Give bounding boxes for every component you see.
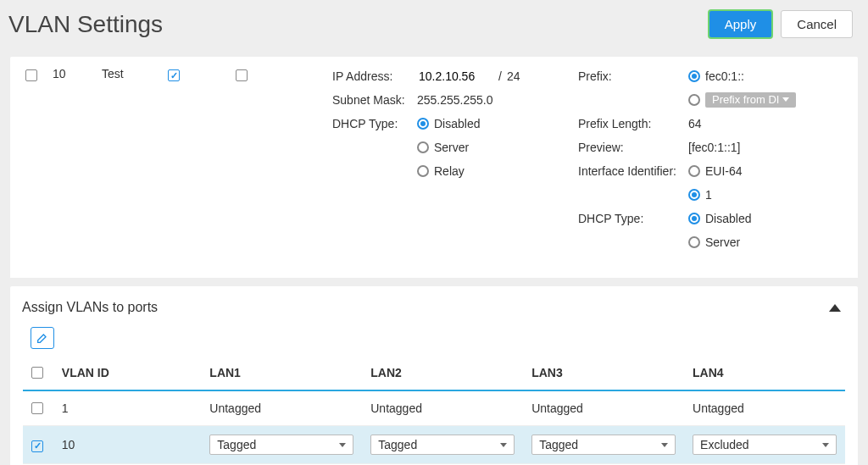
- vlan-ipv6-checkbox[interactable]: [236, 69, 248, 81]
- lan4-select-value: Excluded: [700, 438, 749, 451]
- ipv6-dhcp-type-label: DHCP Type:: [578, 212, 688, 225]
- lan1-select-value: Tagged: [217, 438, 256, 451]
- iid-eui64-radio[interactable]: [688, 165, 700, 177]
- ports-section-header: Assign VLANs to ports: [10, 286, 858, 327]
- chevron-down-icon: [782, 97, 789, 102]
- lan2-select-value: Tagged: [378, 438, 417, 451]
- ipv6-dhcp-server-label: Server: [705, 235, 740, 249]
- ipv6-dhcp-server-radio[interactable]: [688, 236, 700, 248]
- ipv6-column: Prefix: fec0:1:: Prefix from DI Prefix L…: [578, 67, 849, 257]
- vlan-row-left: 10 Test ✓: [19, 67, 332, 257]
- interface-id-label: Interface Identifier:: [578, 164, 688, 178]
- col-lan2: LAN2: [362, 356, 523, 390]
- ipv6-dhcp-disabled-radio[interactable]: [688, 213, 700, 224]
- row-checkbox[interactable]: [31, 402, 43, 414]
- page-header: VLAN Settings Apply Cancel: [0, 0, 868, 53]
- prefix-manual-radio[interactable]: [688, 70, 700, 82]
- ipv6-dhcp-disabled-label: Disabled: [705, 212, 751, 225]
- ports-table-row: 1 Untagged Untagged Untagged Untagged: [23, 390, 845, 426]
- vlan-enable-checkbox[interactable]: ✓: [168, 69, 180, 81]
- prefix-from-dhcp-select[interactable]: Prefix from DI: [705, 92, 796, 108]
- cell-vlan-id: 1: [53, 390, 202, 426]
- row-select-checkbox[interactable]: [25, 69, 37, 81]
- dhcp-disabled-label: Disabled: [434, 117, 480, 130]
- pencil-icon: [36, 331, 49, 345]
- page-title: VLAN Settings: [8, 11, 163, 38]
- ports-table: VLAN ID LAN1 LAN2 LAN3 LAN4 1 Untagged U…: [23, 356, 845, 464]
- cell-vlan-id: 10: [53, 426, 202, 464]
- cell-lan2: Untagged: [362, 390, 523, 426]
- ports-table-header-row: VLAN ID LAN1 LAN2 LAN3 LAN4: [23, 356, 845, 390]
- prefix-value: fec0:1::: [705, 69, 744, 83]
- vlan-config-panel: 10 Test ✓ IP Address: / 24 Subnet Mask: …: [10, 57, 858, 278]
- ip-address-input[interactable]: [417, 69, 493, 85]
- dhcp-server-label: Server: [434, 141, 469, 154]
- lan4-select[interactable]: Excluded: [693, 435, 837, 455]
- preview-label: Preview:: [578, 141, 688, 154]
- ip-mask-separator: /: [498, 69, 502, 83]
- row-checkbox[interactable]: ✓: [31, 440, 43, 452]
- header-buttons: Apply Cancel: [709, 10, 853, 38]
- prefix-label: Prefix:: [578, 69, 688, 83]
- ports-section-title: Assign VLANs to ports: [22, 300, 158, 315]
- col-lan3: LAN3: [523, 356, 684, 390]
- prefix-length-value: 64: [688, 117, 702, 130]
- chevron-down-icon: [661, 443, 668, 447]
- lan2-select[interactable]: Tagged: [370, 435, 515, 455]
- cell-lan3: Untagged: [523, 390, 684, 426]
- vlan-config-row: 10 Test ✓ IP Address: / 24 Subnet Mask: …: [10, 57, 858, 278]
- lan3-select[interactable]: Tagged: [531, 435, 676, 455]
- apply-button[interactable]: Apply: [709, 10, 773, 38]
- cell-lan4: Untagged: [684, 390, 845, 426]
- prefix-dhcp-radio[interactable]: [688, 94, 700, 106]
- ip-mask-value: 24: [507, 69, 520, 83]
- select-all-checkbox[interactable]: [31, 367, 43, 379]
- edit-button[interactable]: [31, 327, 54, 349]
- chevron-down-icon: [822, 443, 829, 447]
- ports-panel: Assign VLANs to ports VLAN ID LAN1 LAN2 …: [10, 286, 858, 465]
- ip-address-label: IP Address:: [332, 69, 417, 83]
- subnet-mask-value: 255.255.255.0: [417, 93, 493, 107]
- prefix-length-label: Prefix Length:: [578, 117, 688, 130]
- col-lan4: LAN4: [684, 356, 845, 390]
- dhcp-disabled-radio[interactable]: [417, 118, 429, 130]
- dhcp-relay-radio[interactable]: [417, 165, 429, 177]
- dhcp-server-radio[interactable]: [417, 141, 429, 153]
- vlan-name-value: Test: [102, 67, 153, 80]
- vlan-id-value: 10: [53, 67, 86, 80]
- ipv4-column: IP Address: / 24 Subnet Mask: 255.255.25…: [332, 67, 578, 257]
- iid-eui64-label: EUI-64: [705, 164, 743, 178]
- cell-lan1: Untagged: [201, 390, 362, 426]
- subnet-mask-label: Subnet Mask:: [332, 93, 417, 107]
- col-lan1: LAN1: [201, 356, 362, 390]
- collapse-icon[interactable]: [829, 304, 841, 312]
- chevron-down-icon: [339, 443, 346, 447]
- lan3-select-value: Tagged: [539, 438, 578, 451]
- ports-table-row: ✓ 10 Tagged Tagged Tagged: [23, 426, 845, 464]
- col-vlan-id: VLAN ID: [53, 356, 202, 390]
- cancel-button[interactable]: Cancel: [781, 10, 853, 38]
- prefix-from-dhcp-label: Prefix from DI: [712, 93, 779, 106]
- lan1-select[interactable]: Tagged: [209, 435, 353, 455]
- chevron-down-icon: [500, 443, 507, 447]
- dhcp-type-label: DHCP Type:: [332, 117, 417, 130]
- iid-manual-value: 1: [705, 188, 712, 202]
- iid-manual-radio[interactable]: [688, 189, 700, 201]
- preview-value: [fec0:1::1]: [688, 141, 740, 154]
- dhcp-relay-label: Relay: [434, 164, 465, 178]
